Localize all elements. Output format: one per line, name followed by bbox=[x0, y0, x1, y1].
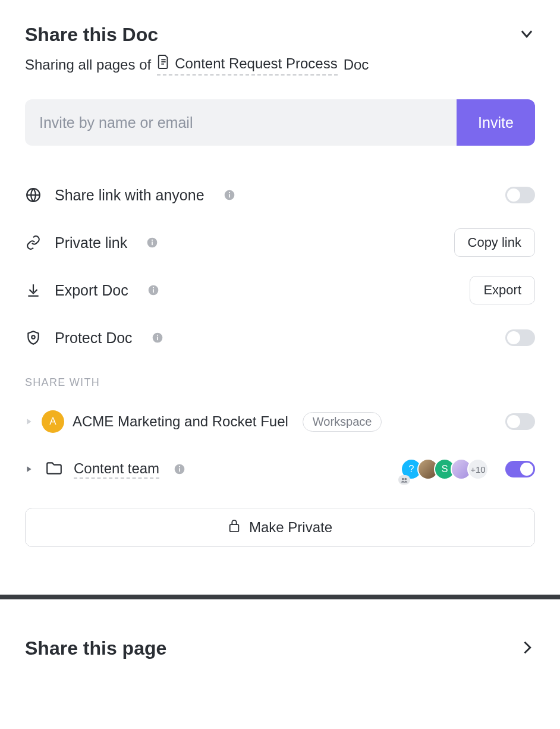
invite-input[interactable] bbox=[25, 99, 457, 146]
svg-point-23 bbox=[402, 478, 404, 480]
doc-icon bbox=[157, 54, 170, 73]
svg-marker-19 bbox=[27, 466, 31, 472]
group-icon bbox=[398, 475, 410, 485]
folder-toggle[interactable] bbox=[505, 461, 535, 477]
svg-rect-25 bbox=[230, 524, 239, 532]
svg-rect-12 bbox=[153, 289, 154, 293]
svg-rect-6 bbox=[229, 194, 230, 197]
svg-point-13 bbox=[153, 287, 154, 288]
lock-icon bbox=[228, 518, 241, 537]
svg-point-22 bbox=[179, 466, 180, 467]
svg-rect-16 bbox=[157, 337, 158, 340]
share-subtitle: Sharing all pages of Content Request Pro… bbox=[25, 54, 535, 76]
subtitle-suffix: Doc bbox=[344, 56, 369, 73]
link-icon bbox=[25, 235, 42, 250]
info-icon[interactable] bbox=[152, 332, 163, 344]
workspace-avatar: A bbox=[42, 410, 64, 433]
svg-marker-18 bbox=[27, 419, 31, 425]
expand-icon[interactable] bbox=[25, 466, 33, 473]
make-private-label: Make Private bbox=[249, 519, 332, 536]
subtitle-prefix: Sharing all pages of bbox=[25, 56, 151, 73]
expand-icon[interactable] bbox=[25, 418, 33, 425]
section-divider bbox=[0, 595, 560, 599]
info-icon[interactable] bbox=[147, 284, 159, 296]
copy-link-button[interactable]: Copy link bbox=[454, 228, 535, 257]
svg-point-7 bbox=[228, 192, 229, 193]
share-page-title: Share this page bbox=[25, 637, 166, 659]
svg-point-24 bbox=[404, 478, 407, 480]
export-label: Export Doc bbox=[55, 282, 128, 299]
share-with-heading: SHARE WITH bbox=[25, 376, 535, 389]
download-icon bbox=[25, 282, 42, 298]
folder-name[interactable]: Content team bbox=[74, 460, 159, 479]
chevron-right-icon[interactable] bbox=[518, 639, 535, 658]
protect-toggle[interactable] bbox=[505, 329, 535, 346]
shield-icon bbox=[25, 330, 42, 345]
export-button[interactable]: Export bbox=[470, 276, 535, 304]
protect-label: Protect Doc bbox=[55, 329, 133, 347]
info-icon[interactable] bbox=[224, 189, 235, 201]
workspace-name: ACME Marketing and Rocket Fuel bbox=[73, 413, 288, 430]
svg-point-17 bbox=[157, 335, 158, 336]
invite-button[interactable]: Invite bbox=[457, 99, 535, 146]
svg-rect-9 bbox=[152, 241, 153, 245]
svg-point-10 bbox=[152, 240, 153, 241]
info-icon[interactable] bbox=[146, 237, 158, 249]
avatar-overflow[interactable]: +10 bbox=[467, 458, 489, 480]
private-link-label: Private link bbox=[55, 234, 127, 252]
folder-icon bbox=[45, 460, 63, 478]
svg-point-14 bbox=[32, 335, 34, 338]
workspace-toggle[interactable] bbox=[505, 413, 535, 430]
make-private-button[interactable]: Make Private bbox=[25, 508, 535, 547]
info-icon[interactable] bbox=[174, 463, 185, 475]
globe-icon bbox=[25, 187, 42, 203]
share-link-label: Share link with anyone bbox=[55, 187, 205, 204]
doc-name: Content Request Process bbox=[175, 55, 337, 72]
workspace-badge: Workspace bbox=[303, 412, 382, 432]
svg-rect-21 bbox=[179, 468, 180, 472]
chevron-down-icon[interactable] bbox=[518, 26, 535, 45]
share-doc-title: Share this Doc bbox=[25, 24, 158, 46]
share-link-toggle[interactable] bbox=[505, 187, 535, 203]
member-avatars[interactable]: ? S +10 bbox=[401, 458, 489, 480]
doc-chip[interactable]: Content Request Process bbox=[157, 54, 337, 76]
